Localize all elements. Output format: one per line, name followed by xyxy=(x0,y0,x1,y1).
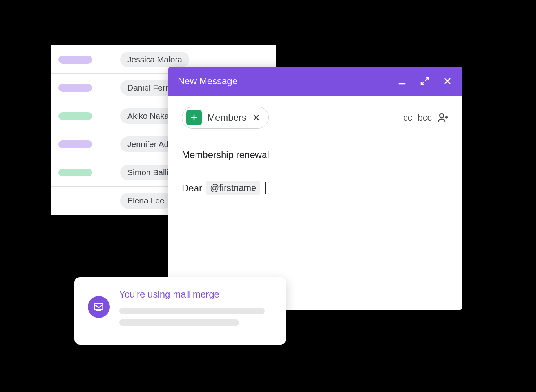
sheets-icon xyxy=(186,110,202,125)
cc-bcc-controls: cc bcc xyxy=(403,112,449,123)
subject-field[interactable]: Membership renewal xyxy=(182,140,449,170)
tip-body: You're using mail merge xyxy=(119,289,273,331)
body-prefix: Dear xyxy=(182,183,202,194)
expand-icon[interactable] xyxy=(419,76,430,87)
status-cell xyxy=(51,102,114,130)
placeholder-line xyxy=(119,319,239,326)
window-controls xyxy=(397,76,453,87)
svg-rect-2 xyxy=(95,304,103,310)
cc-link[interactable]: cc xyxy=(403,113,412,123)
status-pill xyxy=(58,84,92,92)
svg-rect-0 xyxy=(399,83,406,85)
text-cursor xyxy=(265,182,266,194)
subject-text: Membership renewal xyxy=(182,149,269,160)
minimize-icon[interactable] xyxy=(397,76,407,87)
remove-chip-icon[interactable] xyxy=(252,113,261,122)
status-pill xyxy=(58,140,92,148)
status-pill xyxy=(58,112,92,120)
mail-merge-icon xyxy=(88,296,110,318)
merge-tag: @firstname xyxy=(206,181,260,195)
svg-point-1 xyxy=(440,114,444,118)
status-pill xyxy=(58,169,92,176)
status-cell xyxy=(51,158,114,186)
status-cell xyxy=(51,187,114,215)
recipient-chip-label: Members xyxy=(207,112,246,123)
bcc-link[interactable]: bcc xyxy=(418,113,432,123)
tip-title: You're using mail merge xyxy=(119,289,273,300)
status-cell xyxy=(51,130,114,158)
compose-window: New Message xyxy=(168,67,462,310)
recipient-chip[interactable]: Members xyxy=(182,107,269,129)
status-pill xyxy=(58,56,92,64)
name-chip: Jessica Malora xyxy=(120,52,189,67)
status-cell xyxy=(51,74,114,102)
add-person-icon[interactable] xyxy=(437,112,449,123)
mail-merge-tip: You're using mail merge xyxy=(74,277,286,345)
compose-header: New Message xyxy=(168,67,462,96)
recipients-row: Members cc bcc xyxy=(182,107,449,140)
name-chip: Elena Lee xyxy=(120,193,172,209)
status-cell xyxy=(51,45,114,73)
placeholder-line xyxy=(119,308,265,314)
close-icon[interactable] xyxy=(442,76,453,87)
message-body[interactable]: Dear @firstname xyxy=(182,170,449,195)
compose-title: New Message xyxy=(178,76,397,87)
